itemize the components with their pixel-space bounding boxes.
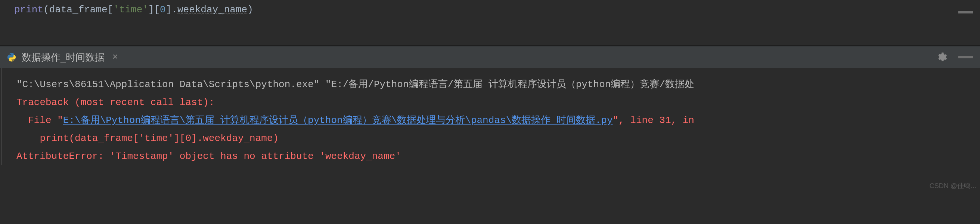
gear-icon[interactable] [936, 51, 947, 63]
console-code-line: print(data_frame['time'][0].weekday_name… [2, 130, 980, 147]
console-command-line: "C:\Users\86151\Application Data\Scripts… [2, 75, 980, 93]
code-editor-pane: print(data_frame['time'][0].weekday_name… [0, 0, 980, 45]
code-number: 0 [160, 4, 166, 15]
code-paren: ( [43, 4, 49, 15]
code-string: 'time' [113, 4, 148, 15]
console-file-line: File "E:\备用\Python编程语言\第五届 计算机程序设计员（pyth… [2, 112, 980, 130]
editor-content[interactable]: print(data_frame['time'][0].weekday_name… [0, 3, 980, 16]
code-bracket: [ [154, 4, 160, 15]
code-line[interactable]: print(data_frame['time'][0].weekday_name… [14, 3, 980, 16]
python-icon [7, 52, 16, 62]
tab-label: 数据操作_时间数据 [22, 51, 105, 64]
code-bracket: ] [166, 4, 172, 15]
watermark-text: CSDN @佳鸣... [929, 181, 976, 190]
console-output[interactable]: "C:\Users\86151\Application Data\Scripts… [1, 68, 980, 165]
code-bracket: ] [148, 4, 154, 15]
code-paren: ) [247, 4, 253, 15]
close-icon[interactable]: × [112, 51, 118, 63]
code-func: print [14, 4, 43, 15]
code-attribute: weekday_name [177, 4, 247, 15]
console-file-prefix: File " [16, 115, 63, 126]
console-tab[interactable]: 数据操作_时间数据 × [0, 46, 125, 68]
minimize-icon[interactable] [958, 11, 973, 13]
console-file-suffix: ", line 31, in [613, 115, 694, 126]
console-error-line: AttributeError: 'Timestamp' object has n… [2, 147, 980, 165]
console-file-link[interactable]: E:\备用\Python编程语言\第五届 计算机程序设计员（python编程）竞… [63, 115, 613, 126]
console-tab-bar: 数据操作_时间数据 × [0, 46, 980, 68]
code-dot: . [172, 4, 177, 15]
minimize-icon[interactable] [958, 56, 973, 58]
tab-controls [936, 51, 973, 63]
console-traceback-header: Traceback (most recent call last): [2, 93, 980, 112]
code-bracket: [ [108, 4, 113, 15]
code-identifier: data_frame [49, 4, 108, 15]
